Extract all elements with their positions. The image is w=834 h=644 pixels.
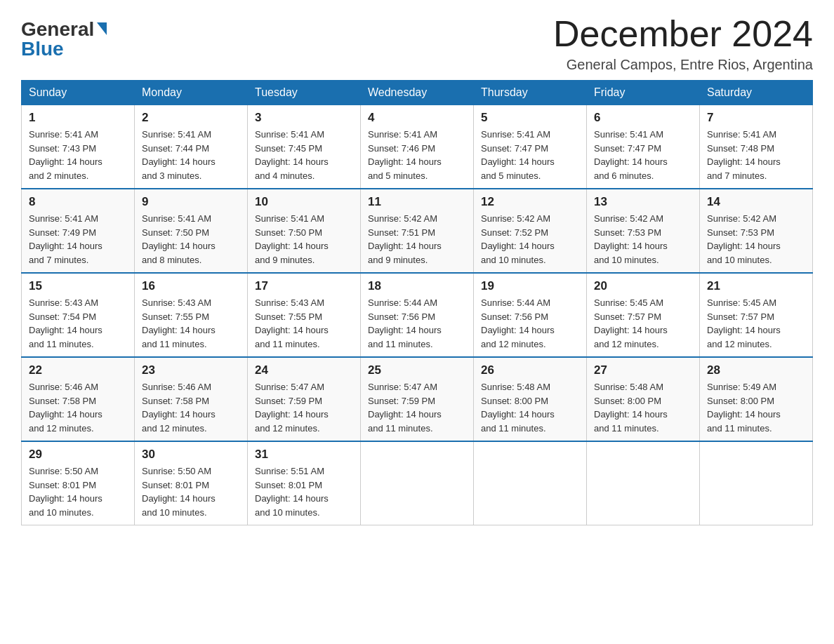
- calendar-cell: 5Sunrise: 5:41 AMSunset: 7:47 PMDaylight…: [474, 105, 587, 189]
- day-info: Sunrise: 5:46 AMSunset: 7:58 PMDaylight:…: [142, 380, 240, 435]
- day-info: Sunrise: 5:47 AMSunset: 7:59 PMDaylight:…: [255, 380, 353, 435]
- calendar-cell: 26Sunrise: 5:48 AMSunset: 8:00 PMDayligh…: [474, 357, 587, 441]
- header-tuesday: Tuesday: [248, 81, 361, 105]
- day-number: 13: [594, 195, 692, 209]
- header-monday: Monday: [135, 81, 248, 105]
- day-number: 25: [368, 363, 466, 377]
- day-number: 22: [29, 363, 127, 377]
- calendar-week-row: 8Sunrise: 5:41 AMSunset: 7:49 PMDaylight…: [22, 189, 813, 273]
- day-number: 3: [255, 111, 353, 125]
- calendar-cell: 13Sunrise: 5:42 AMSunset: 7:53 PMDayligh…: [587, 189, 700, 273]
- day-number: 15: [29, 279, 127, 293]
- calendar-cell: [700, 441, 813, 525]
- day-info: Sunrise: 5:42 AMSunset: 7:51 PMDaylight:…: [368, 212, 466, 267]
- day-info: Sunrise: 5:48 AMSunset: 8:00 PMDaylight:…: [481, 380, 579, 435]
- calendar-cell: 4Sunrise: 5:41 AMSunset: 7:46 PMDaylight…: [361, 105, 474, 189]
- calendar-cell: 31Sunrise: 5:51 AMSunset: 8:01 PMDayligh…: [248, 441, 361, 525]
- day-info: Sunrise: 5:50 AMSunset: 8:01 PMDaylight:…: [142, 464, 240, 519]
- day-info: Sunrise: 5:41 AMSunset: 7:46 PMDaylight:…: [368, 128, 466, 182]
- calendar-cell: 14Sunrise: 5:42 AMSunset: 7:53 PMDayligh…: [700, 189, 813, 273]
- calendar-cell: 29Sunrise: 5:50 AMSunset: 8:01 PMDayligh…: [22, 441, 135, 525]
- day-info: Sunrise: 5:48 AMSunset: 8:00 PMDaylight:…: [594, 380, 692, 435]
- day-number: 26: [481, 363, 579, 377]
- day-info: Sunrise: 5:41 AMSunset: 7:44 PMDaylight:…: [142, 128, 240, 182]
- calendar-cell: 10Sunrise: 5:41 AMSunset: 7:50 PMDayligh…: [248, 189, 361, 273]
- calendar-cell: 28Sunrise: 5:49 AMSunset: 8:00 PMDayligh…: [700, 357, 813, 441]
- calendar-week-row: 29Sunrise: 5:50 AMSunset: 8:01 PMDayligh…: [22, 441, 813, 525]
- calendar-cell: 27Sunrise: 5:48 AMSunset: 8:00 PMDayligh…: [587, 357, 700, 441]
- calendar-cell: 30Sunrise: 5:50 AMSunset: 8:01 PMDayligh…: [135, 441, 248, 525]
- day-number: 16: [142, 279, 240, 293]
- day-info: Sunrise: 5:41 AMSunset: 7:50 PMDaylight:…: [142, 212, 240, 267]
- day-number: 28: [707, 363, 805, 377]
- calendar-cell: [474, 441, 587, 525]
- calendar-cell: 15Sunrise: 5:43 AMSunset: 7:54 PMDayligh…: [22, 273, 135, 357]
- day-number: 29: [29, 448, 127, 462]
- calendar-cell: 24Sunrise: 5:47 AMSunset: 7:59 PMDayligh…: [248, 357, 361, 441]
- day-info: Sunrise: 5:41 AMSunset: 7:47 PMDaylight:…: [481, 128, 579, 182]
- day-info: Sunrise: 5:43 AMSunset: 7:55 PMDaylight:…: [255, 296, 353, 351]
- calendar-cell: 8Sunrise: 5:41 AMSunset: 7:49 PMDaylight…: [22, 189, 135, 273]
- day-info: Sunrise: 5:44 AMSunset: 7:56 PMDaylight:…: [368, 296, 466, 351]
- header-thursday: Thursday: [474, 81, 587, 105]
- day-number: 20: [594, 279, 692, 293]
- calendar-table: SundayMondayTuesdayWednesdayThursdayFrid…: [21, 80, 813, 525]
- day-number: 5: [481, 111, 579, 125]
- calendar-week-row: 22Sunrise: 5:46 AMSunset: 7:58 PMDayligh…: [22, 357, 813, 441]
- day-number: 31: [255, 448, 353, 462]
- day-number: 17: [255, 279, 353, 293]
- logo-general: General: [21, 20, 107, 39]
- day-info: Sunrise: 5:51 AMSunset: 8:01 PMDaylight:…: [255, 464, 353, 519]
- header-friday: Friday: [587, 81, 700, 105]
- calendar-cell: 7Sunrise: 5:41 AMSunset: 7:48 PMDaylight…: [700, 105, 813, 189]
- calendar-cell: 2Sunrise: 5:41 AMSunset: 7:44 PMDaylight…: [135, 105, 248, 189]
- day-number: 11: [368, 195, 466, 209]
- day-info: Sunrise: 5:41 AMSunset: 7:45 PMDaylight:…: [255, 128, 353, 182]
- calendar-cell: 23Sunrise: 5:46 AMSunset: 7:58 PMDayligh…: [135, 357, 248, 441]
- day-info: Sunrise: 5:44 AMSunset: 7:56 PMDaylight:…: [481, 296, 579, 351]
- day-info: Sunrise: 5:41 AMSunset: 7:47 PMDaylight:…: [594, 128, 692, 182]
- calendar-cell: 1Sunrise: 5:41 AMSunset: 7:43 PMDaylight…: [22, 105, 135, 189]
- day-info: Sunrise: 5:42 AMSunset: 7:53 PMDaylight:…: [707, 212, 805, 267]
- day-number: 6: [594, 111, 692, 125]
- day-info: Sunrise: 5:47 AMSunset: 7:59 PMDaylight:…: [368, 380, 466, 435]
- day-info: Sunrise: 5:43 AMSunset: 7:55 PMDaylight:…: [142, 296, 240, 351]
- day-number: 8: [29, 195, 127, 209]
- calendar-cell: 25Sunrise: 5:47 AMSunset: 7:59 PMDayligh…: [361, 357, 474, 441]
- day-info: Sunrise: 5:50 AMSunset: 8:01 PMDaylight:…: [29, 464, 127, 519]
- calendar-cell: 6Sunrise: 5:41 AMSunset: 7:47 PMDaylight…: [587, 105, 700, 189]
- calendar-cell: 22Sunrise: 5:46 AMSunset: 7:58 PMDayligh…: [22, 357, 135, 441]
- day-number: 7: [707, 111, 805, 125]
- title-section: December 2024 General Campos, Entre Rios…: [553, 14, 813, 73]
- page-header: General Blue December 2024 General Campo…: [21, 14, 813, 73]
- calendar-cell: 3Sunrise: 5:41 AMSunset: 7:45 PMDaylight…: [248, 105, 361, 189]
- calendar-cell: 12Sunrise: 5:42 AMSunset: 7:52 PMDayligh…: [474, 189, 587, 273]
- calendar-week-row: 15Sunrise: 5:43 AMSunset: 7:54 PMDayligh…: [22, 273, 813, 357]
- day-number: 23: [142, 363, 240, 377]
- day-info: Sunrise: 5:41 AMSunset: 7:43 PMDaylight:…: [29, 128, 127, 182]
- day-number: 14: [707, 195, 805, 209]
- calendar-cell: [361, 441, 474, 525]
- calendar-cell: 11Sunrise: 5:42 AMSunset: 7:51 PMDayligh…: [361, 189, 474, 273]
- location-title: General Campos, Entre Rios, Argentina: [553, 57, 813, 73]
- calendar-cell: 18Sunrise: 5:44 AMSunset: 7:56 PMDayligh…: [361, 273, 474, 357]
- calendar-header-row: SundayMondayTuesdayWednesdayThursdayFrid…: [22, 81, 813, 105]
- day-number: 9: [142, 195, 240, 209]
- calendar-cell: 21Sunrise: 5:45 AMSunset: 7:57 PMDayligh…: [700, 273, 813, 357]
- day-number: 24: [255, 363, 353, 377]
- calendar-cell: 16Sunrise: 5:43 AMSunset: 7:55 PMDayligh…: [135, 273, 248, 357]
- day-info: Sunrise: 5:42 AMSunset: 7:52 PMDaylight:…: [481, 212, 579, 267]
- day-number: 21: [707, 279, 805, 293]
- day-info: Sunrise: 5:49 AMSunset: 8:00 PMDaylight:…: [707, 380, 805, 435]
- calendar-cell: 20Sunrise: 5:45 AMSunset: 7:57 PMDayligh…: [587, 273, 700, 357]
- day-info: Sunrise: 5:43 AMSunset: 7:54 PMDaylight:…: [29, 296, 127, 351]
- month-title: December 2024: [553, 14, 813, 54]
- day-number: 12: [481, 195, 579, 209]
- header-wednesday: Wednesday: [361, 81, 474, 105]
- logo: General Blue: [21, 20, 107, 59]
- calendar-cell: 9Sunrise: 5:41 AMSunset: 7:50 PMDaylight…: [135, 189, 248, 273]
- logo-triangle-icon: [97, 22, 107, 35]
- day-number: 19: [481, 279, 579, 293]
- day-number: 30: [142, 448, 240, 462]
- calendar-cell: 19Sunrise: 5:44 AMSunset: 7:56 PMDayligh…: [474, 273, 587, 357]
